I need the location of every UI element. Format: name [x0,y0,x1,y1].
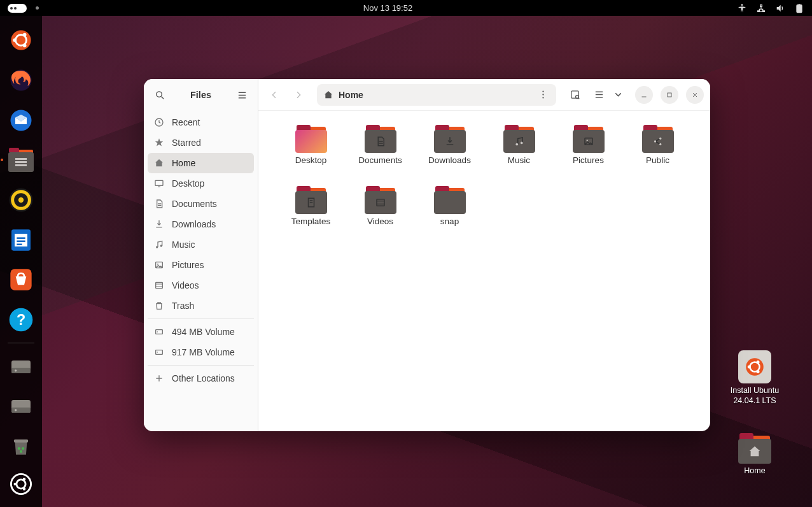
sidebar-item-music[interactable]: Music [148,234,254,255]
install-label: Install Ubuntu24.04.1 LTS [731,386,779,406]
dock-item-thunderbird[interactable] [4,103,38,137]
folder-label: Templates [291,217,331,226]
sidebar-item-label: Recent [172,117,200,127]
system-tray[interactable] [737,3,804,13]
sidebar-item-recent[interactable]: Recent [148,112,254,132]
svg-point-10 [542,94,543,95]
sidebar-volume[interactable]: 917 MB Volume [148,342,254,362]
sidebar-item-downloads[interactable]: Downloads [148,214,254,234]
svg-point-8 [156,91,162,97]
view-options-button[interactable] [608,85,627,104]
svg-rect-14 [668,93,671,97]
top-bar: Nov 13 19:52 [0,0,812,16]
dock-trash[interactable] [4,430,38,464]
dock-item-libreoffice-writer[interactable] [4,223,38,257]
folder-icon [433,186,467,214]
show-applications-button[interactable] [4,467,38,501]
folder-desktop[interactable]: Desktop [276,125,346,182]
svg-point-44 [23,487,26,490]
sidebar-item-label: 917 MB Volume [172,347,235,357]
folder-snap[interactable]: snap [415,186,484,243]
search-button[interactable] [150,85,169,104]
files-titlebar: Home [258,79,710,111]
folder-icon [294,186,328,214]
folder-icon [641,125,675,153]
folder-label: Desktop [295,155,327,165]
folder-label: Videos [367,217,393,226]
list-view-button[interactable] [589,85,608,104]
svg-point-18 [23,33,27,37]
dock-mount[interactable] [4,390,38,424]
dock-item-firefox[interactable] [4,64,38,97]
sidebar-item-label: Downloads [172,219,216,229]
svg-point-39 [20,450,22,453]
desktop-icon-home[interactable]: Home [723,433,787,476]
sidebar-item-documents[interactable]: Documents [148,194,254,214]
sidebar-item-videos[interactable]: Videos [148,275,254,296]
svg-rect-34 [11,408,31,413]
svg-point-35 [15,410,17,411]
path-label: Home [339,90,363,100]
desktop-icon-install-ubuntu[interactable]: Install Ubuntu24.04.1 LTS [723,350,787,406]
dock-item-ubuntu-software[interactable] [4,263,38,297]
folder-pictures[interactable]: Pictures [554,125,623,182]
folder-music[interactable]: Music [484,125,554,182]
folder-icon [433,125,467,153]
sidebar-item-pictures[interactable]: Pictures [148,255,254,275]
sidebar-item-label: Documents [172,199,217,209]
sidebar-volume[interactable]: 494 MB Volume [148,322,254,342]
sidebar-item-label: Desktop [172,178,204,189]
folder-icon [502,125,536,153]
folder-videos[interactable]: Videos [346,186,415,243]
sidebar-item-trash[interactable]: Trash [148,296,254,316]
dock-item-files[interactable] [4,143,38,177]
hamburger-menu-button[interactable] [232,85,251,104]
path-menu-button[interactable] [533,85,552,104]
clock[interactable]: Nov 13 19:52 [363,3,412,13]
focus-file-button[interactable] [565,85,584,104]
svg-point-9 [542,90,543,92]
sidebar-item-label: Pictures [172,260,204,270]
folder-icon [363,186,398,214]
svg-point-32 [15,369,17,371]
battery-icon [794,3,804,13]
workspace-pill-icon [8,4,27,13]
forward-button[interactable] [289,85,308,104]
maximize-button[interactable] [661,86,678,104]
folder-public[interactable]: Public [623,125,692,182]
folder-downloads[interactable]: Downloads [415,125,484,182]
minimize-button[interactable] [635,86,653,104]
home-folder-icon [737,433,773,464]
desktop[interactable]: Install Ubuntu24.04.1 LTS Home Files [0,16,812,507]
path-bar[interactable]: Home [317,84,556,106]
sidebar-item-starred[interactable]: Starred [148,132,254,153]
folder-label: Music [508,155,530,165]
dock-item-help[interactable]: ? [4,303,38,337]
svg-text:?: ? [17,311,25,328]
folder-templates[interactable]: Templates [276,186,346,243]
svg-point-24 [18,197,24,203]
app-title: Files [176,90,226,100]
install-ubuntu-icon [738,350,771,383]
svg-point-38 [22,447,24,450]
sidebar-other-locations[interactable]: Other Locations [148,368,254,389]
dock-mount[interactable] [4,350,38,383]
activities-area[interactable] [8,4,39,13]
sidebar-item-label: Home [172,158,195,168]
sidebar-item-label: Trash [172,301,194,311]
close-button[interactable] [686,86,704,104]
svg-point-42 [14,482,17,485]
dock-item-install-ubuntu[interactable] [4,24,38,57]
workspace-dot-icon [36,6,39,10]
accessibility-icon [737,3,747,13]
folder-documents[interactable]: Documents [346,125,415,182]
home-label: Home [744,466,765,476]
folder-grid[interactable]: DesktopDocumentsDownloadsMusicPicturesPu… [258,111,710,431]
back-button[interactable] [265,85,284,104]
svg-point-6 [757,361,760,364]
volume-icon [775,3,785,13]
sidebar-item-desktop[interactable]: Desktop [148,173,254,194]
sidebar-item-home[interactable]: Home [148,153,254,173]
folder-icon [294,125,328,153]
dock-item-rhythmbox[interactable] [4,183,38,217]
